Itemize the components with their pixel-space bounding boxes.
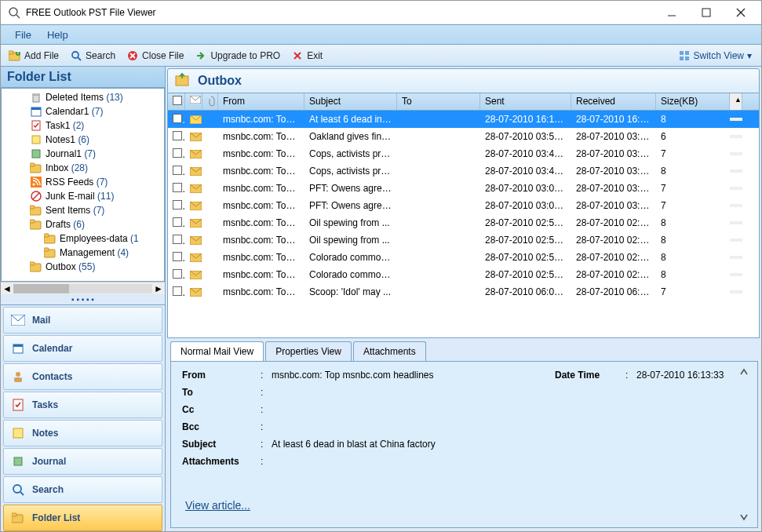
tab-attachments[interactable]: Attachments — [353, 341, 426, 361]
envelope-icon — [185, 252, 202, 264]
row-to — [397, 169, 480, 173]
row-to — [397, 118, 480, 121]
scroll-up-icon[interactable]: ▲ — [730, 93, 742, 110]
folder-inbox[interactable]: Inbox (28) — [2, 161, 164, 175]
table-row[interactable]: msnbc.com: Top m....PFT: Owens agrees...… — [168, 197, 759, 214]
nav-folder-list[interactable]: Folder List — [3, 505, 162, 531]
table-row[interactable]: msnbc.com: Top m...Oil spewing from ...2… — [168, 214, 759, 231]
col-size[interactable]: Size(KB) — [656, 93, 730, 110]
folder-task1[interactable]: Task1 (2) — [2, 118, 164, 133]
nav-mail[interactable]: Mail — [3, 307, 162, 333]
row-checkbox[interactable] — [168, 285, 185, 300]
col-subject[interactable]: Subject — [304, 93, 397, 110]
col-attachment-icon[interactable] — [202, 93, 218, 110]
nav-search[interactable]: Search — [3, 476, 162, 503]
folder-drafts[interactable]: Drafts (6) — [2, 217, 164, 231]
tab-properties[interactable]: Properties View — [265, 341, 352, 361]
envelope-icon — [185, 286, 202, 298]
row-scrollgap — [730, 256, 742, 259]
row-checkbox[interactable] — [168, 112, 185, 127]
preview-subject-label: Subject — [182, 439, 261, 450]
table-row[interactable]: msnbc.com: Top m...Oakland gives fina...… — [168, 128, 759, 145]
minimize-button[interactable] — [654, 2, 689, 24]
col-sent[interactable]: Sent — [480, 93, 571, 110]
row-sent: 28-07-2010 02:58:28 — [480, 268, 571, 282]
window-title: FREE Outlook PST File Viewer — [26, 7, 654, 18]
col-received[interactable]: Received — [571, 93, 656, 110]
folder-sent-items[interactable]: Sent Items (7) — [2, 203, 164, 217]
row-checkbox[interactable] — [168, 216, 185, 231]
close-button[interactable] — [724, 2, 758, 24]
row-to — [397, 187, 480, 190]
switch-view-button[interactable]: Switch View ▾ — [673, 48, 757, 64]
table-row[interactable]: msnbc.com: Top m...Scoop: 'Idol' may ...… — [168, 283, 759, 301]
svg-rect-37 — [30, 220, 35, 223]
nav-notes[interactable]: Notes — [3, 420, 162, 446]
close-file-button[interactable]: Close File — [122, 48, 188, 64]
row-scrollgap — [730, 221, 742, 224]
svg-rect-51 — [14, 457, 22, 465]
table-row[interactable]: msnbc.com: Top m...At least 6 dead in …2… — [168, 111, 759, 128]
row-size: 8 — [656, 216, 730, 230]
row-subject: Oil spewing from ... — [304, 233, 397, 247]
tree-hscroll[interactable]: ◄ ► — [1, 282, 165, 294]
search-button[interactable]: Search — [65, 48, 120, 64]
nav-calendar[interactable]: Calendar — [3, 335, 162, 362]
folder-calendar1[interactable]: Calendar1 (7) — [2, 104, 164, 118]
folder-junk-e-mail[interactable]: Junk E-mail (11) — [2, 189, 164, 203]
folder-label: Sent Items — [46, 205, 90, 216]
row-checkbox[interactable] — [168, 129, 185, 144]
folder-management[interactable]: Management (4) — [2, 246, 164, 260]
col-checkbox[interactable] — [168, 93, 185, 110]
table-row[interactable]: msnbc.com: Top m....Colorado commoti...2… — [168, 249, 759, 266]
row-received: 28-07-2010 03:59:06 — [571, 129, 656, 144]
table-row[interactable]: msnbc.com: Top m...Cops, activists pre..… — [168, 162, 759, 180]
row-checkbox[interactable] — [168, 181, 185, 196]
folder-employees-data[interactable]: Employees-data (1 — [2, 231, 164, 246]
row-checkbox[interactable] — [168, 199, 185, 213]
folder-journal1[interactable]: Journal1 (7) — [2, 147, 164, 161]
row-checkbox[interactable] — [168, 268, 185, 282]
menu-file[interactable]: File — [7, 26, 39, 44]
view-article-link[interactable]: View article... — [185, 499, 250, 512]
table-row[interactable]: msnbc.com: Top m...Cops, activists pre..… — [168, 145, 759, 162]
tab-normal[interactable]: Normal Mail View — [170, 341, 264, 361]
nav-contacts[interactable]: Contacts — [3, 363, 162, 390]
scroll-track[interactable] — [13, 284, 152, 293]
folder-outbox[interactable]: Outbox (55) — [2, 260, 164, 274]
scroll-left-icon[interactable]: ◄ — [1, 283, 13, 294]
nav-journal[interactable]: Journal — [3, 448, 162, 475]
menu-help[interactable]: Help — [39, 26, 76, 44]
row-subject: Cops, activists pre... — [304, 164, 397, 178]
preview-scroll-up[interactable] — [738, 366, 753, 377]
table-row[interactable]: msnbc.com: Top m...Oil spewing from ...2… — [168, 231, 759, 249]
row-checkbox[interactable] — [168, 233, 185, 248]
upgrade-button[interactable]: Upgrade to PRO — [190, 48, 285, 64]
folder-rss-feeds[interactable]: RSS Feeds (7) — [2, 175, 164, 189]
row-checkbox[interactable] — [168, 250, 185, 265]
message-table[interactable]: From Subject To Sent Received Size(KB) ▲… — [167, 93, 760, 338]
folder-deleted-items[interactable]: Deleted Items (13) — [2, 90, 164, 104]
table-row[interactable]: msnbc.com: Top m....Colorado commoti...2… — [168, 266, 759, 283]
col-to[interactable]: To — [397, 93, 480, 110]
folder-notes1[interactable]: Notes1 (6) — [2, 133, 164, 147]
table-row[interactable]: msnbc.com: Top m....PFT: Owens agrees...… — [168, 180, 759, 197]
tree-grip[interactable]: ▪ ▪ ▪ ▪ ▪ — [1, 294, 165, 304]
col-from[interactable]: From — [218, 93, 304, 110]
scroll-right-icon[interactable]: ► — [152, 283, 165, 294]
maximize-button[interactable] — [689, 2, 724, 24]
exit-button[interactable]: Exit — [286, 48, 327, 64]
folder-tree[interactable]: Deleted Items (13)Calendar1 (7)Task1 (2)… — [1, 88, 165, 282]
add-file-button[interactable]: + Add File — [4, 48, 64, 64]
nav-label: Notes — [32, 428, 58, 439]
svg-rect-55 — [12, 513, 16, 516]
row-checkbox[interactable] — [168, 147, 185, 162]
svg-rect-22 — [32, 93, 40, 95]
row-sent: 28-07-2010 06:00:16 — [480, 285, 571, 299]
col-envelope-icon[interactable] — [185, 93, 202, 110]
nav-tasks[interactable]: Tasks — [3, 392, 162, 418]
folder-count: (28) — [71, 162, 88, 173]
row-checkbox[interactable] — [168, 164, 185, 179]
row-received: 28-07-2010 03:48:49 — [571, 164, 656, 178]
preview-scroll-down[interactable] — [738, 512, 753, 523]
